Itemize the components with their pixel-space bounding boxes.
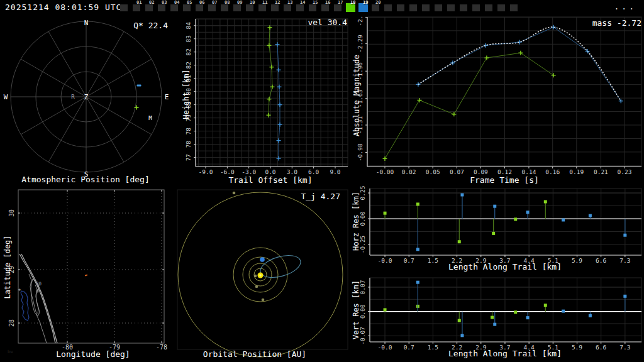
- svg-text:0.09: 0.09: [474, 168, 488, 175]
- svg-text:82: 82: [185, 48, 192, 55]
- svg-text:3.0: 3.0: [287, 168, 297, 175]
- svg-text:W: W: [4, 93, 8, 101]
- frame-thumb-01[interactable]: [133, 4, 140, 11]
- frame-thumb-empty[interactable]: [460, 4, 467, 11]
- svg-text:1.5: 1.5: [428, 344, 438, 351]
- frame-thumb-empty[interactable]: [409, 4, 417, 11]
- frame-thumb-10[interactable]: [246, 4, 253, 11]
- svg-text:-3.0: -3.0: [242, 168, 256, 175]
- mass-value: mass -2.72: [592, 18, 641, 28]
- svg-text:5.9: 5.9: [572, 344, 582, 351]
- svg-text:82: 82: [185, 62, 192, 69]
- svg-text:6.6: 6.6: [596, 257, 606, 264]
- svg-text:0.12: 0.12: [497, 168, 512, 175]
- svg-text:0.02: 0.02: [402, 168, 416, 175]
- frame-thumb-number: 14: [300, 1, 305, 5]
- frame-thumb-empty[interactable]: [472, 4, 480, 11]
- svg-text:6.6: 6.6: [596, 344, 606, 351]
- orbital-position-caption: Orbital Position [AU]: [203, 349, 306, 359]
- svg-text:-6.0: -6.0: [220, 168, 235, 175]
- svg-text:7.3: 7.3: [619, 257, 630, 264]
- watermark: bw: [8, 349, 13, 354]
- frame-thumb-number: 03: [162, 1, 167, 5]
- frame-thumb-empty[interactable]: [435, 4, 442, 11]
- frame-thumb-empty[interactable]: [384, 4, 392, 11]
- frame-thumb-17[interactable]: [334, 4, 341, 11]
- top-bar: 20251214 08:01:59 UTC 010203040506070809…: [0, 0, 644, 15]
- svg-text:-0.00: -0.00: [376, 168, 394, 175]
- svg-text:5.9: 5.9: [572, 257, 582, 264]
- horz-res-axis-label: Horz Res [km]: [352, 192, 360, 251]
- svg-text:0.05: 0.05: [426, 168, 440, 175]
- svg-text:1.5: 1.5: [428, 257, 438, 264]
- panel-horz-residuals: -0.00.71.52.22.93.74.45.15.96.67.30.250.…: [349, 186, 644, 274]
- frame-thumb-09[interactable]: [233, 4, 241, 11]
- frame-thumb-11[interactable]: [258, 4, 266, 11]
- light-curve-plot: -0.000.020.050.070.090.120.140.160.190.2…: [349, 15, 644, 186]
- svg-text:9.0: 9.0: [330, 168, 340, 175]
- svg-text:0.0: 0.0: [265, 168, 275, 175]
- frame-thumb-05[interactable]: [183, 4, 191, 11]
- vert-res-axis-label: Vert Res [km]: [352, 280, 360, 339]
- vert-length-caption: Length Along Trail [km]: [448, 349, 562, 358]
- svg-text:78: 78: [185, 128, 192, 135]
- svg-text:-2.61: -2.61: [357, 15, 364, 26]
- frame-time-caption: Frame Time [s]: [470, 175, 539, 185]
- frame-thumb-empty[interactable]: [397, 4, 404, 11]
- frame-thumb-number: 05: [187, 1, 192, 5]
- frame-thumb-empty[interactable]: [510, 4, 518, 11]
- svg-text:0.7: 0.7: [404, 257, 414, 264]
- frame-thumb-empty[interactable]: [447, 4, 455, 11]
- longitude-caption: Longitude [deg]: [56, 349, 130, 359]
- svg-text:-2.29: -2.29: [357, 35, 364, 53]
- frame-thumb-08[interactable]: [221, 4, 228, 11]
- trail-offset-caption: Trail Offset [km]: [228, 175, 312, 185]
- overflow-menu-icon[interactable]: ...: [614, 2, 636, 11]
- horz-residuals-plot: -0.00.71.52.22.93.74.45.15.96.67.30.250.…: [349, 186, 644, 274]
- frame-thumb-12[interactable]: [271, 4, 279, 11]
- panel-orbital-position: T_j 4.27 Orbital Position [AU]: [176, 186, 349, 362]
- frame-thumb-04[interactable]: [170, 4, 178, 11]
- ground-track-map: -80-79-7830292820*: [0, 186, 176, 362]
- frame-thumb-15[interactable]: [309, 4, 316, 11]
- frame-thumb-number: 02: [149, 1, 154, 5]
- svg-text:0.19: 0.19: [569, 168, 584, 175]
- frame-thumb-number: 15: [313, 1, 318, 5]
- frame-thumb-number: 12: [275, 1, 280, 5]
- frame-thumb-16[interactable]: [321, 4, 329, 11]
- frame-thumb-02[interactable]: [145, 4, 153, 11]
- frame-thumb-number: 01: [136, 1, 142, 5]
- svg-text:30: 30: [8, 209, 15, 217]
- panel-light-curve: -0.000.020.050.070.090.120.140.160.190.2…: [349, 15, 644, 186]
- svg-text:0.14: 0.14: [521, 168, 536, 175]
- svg-text:-0.0: -0.0: [378, 344, 392, 351]
- panel-vert-residuals: -0.00.71.52.22.93.74.45.15.96.67.30.070.…: [349, 274, 644, 362]
- frame-strip: 0102030405060708091011121314151617181920: [0, 0, 644, 15]
- frame-thumb-number: 13: [287, 1, 292, 5]
- svg-text:*: *: [18, 288, 21, 294]
- atmospheric-position-plot: NSEWZRM: [0, 15, 182, 186]
- svg-text:7.3: 7.3: [619, 344, 630, 351]
- magnitude-axis-label: Absolute Magnitude: [352, 55, 361, 136]
- svg-text:-78: -78: [156, 344, 167, 351]
- frame-thumb-number: 06: [199, 1, 204, 5]
- frame-thumb-empty[interactable]: [485, 4, 492, 11]
- frame-thumb-07[interactable]: [208, 4, 216, 11]
- frame-thumb-number: 17: [338, 1, 343, 5]
- frame-thumb-empty[interactable]: [422, 4, 430, 11]
- frame-thumb-empty[interactable]: [497, 4, 505, 11]
- panel-trail-offset: -9.0-6.0-3.00.03.06.09.08483828281808079…: [182, 15, 349, 186]
- height-axis-label: Height [km]: [182, 69, 191, 119]
- frame-thumb-empty[interactable]: [120, 4, 128, 11]
- svg-text:84: 84: [185, 22, 192, 30]
- frame-thumb-20[interactable]: [372, 4, 379, 11]
- frame-thumb-14[interactable]: [296, 4, 304, 11]
- frame-thumb-06[interactable]: [196, 4, 203, 11]
- svg-text:0.21: 0.21: [594, 168, 608, 175]
- frame-thumb-number: 19: [363, 1, 368, 5]
- frame-thumb-13[interactable]: [284, 4, 291, 11]
- frame-thumb-number: 07: [212, 1, 217, 5]
- frame-thumb-03[interactable]: [158, 4, 165, 11]
- orbital-position-plot: [176, 186, 349, 362]
- svg-text:Z: Z: [84, 93, 89, 101]
